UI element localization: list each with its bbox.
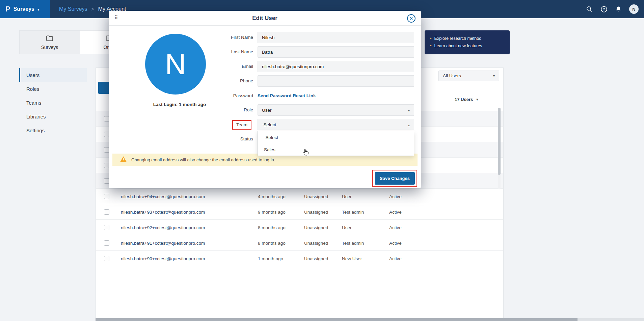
help-icon[interactable]: ? <box>600 5 608 13</box>
breadcrumb-separator: > <box>91 6 94 12</box>
table-row: nilesh.batra+93+cctest@questionpro.com 9… <box>96 204 503 220</box>
user-avatar-large: N <box>145 34 206 95</box>
promo-link-research[interactable]: Explore research method <box>430 35 510 42</box>
tab-surveys[interactable]: Surveys <box>19 30 80 54</box>
promo-panel: Explore research method Learn about new … <box>425 30 510 54</box>
user-email-link[interactable]: nilesh.batra+91+cctest@questionpro.com <box>121 240 205 245</box>
topbar-actions: ? N <box>586 0 639 18</box>
mouse-pointer-icon <box>303 149 309 157</box>
row-checkbox[interactable] <box>104 194 109 199</box>
last-login-cell: 1 month ago <box>258 256 283 261</box>
edit-user-modal: ⠿ Edit User ✕ N Last Login: 1 month ago … <box>109 11 421 188</box>
phone-field[interactable] <box>258 75 414 87</box>
user-filter-value: All Users <box>443 73 461 78</box>
row-checkbox[interactable] <box>104 209 109 215</box>
warning-icon <box>120 156 127 163</box>
close-icon[interactable]: ✕ <box>407 14 415 23</box>
footer-divider <box>113 169 417 169</box>
tab-surveys-label: Surveys <box>41 45 58 50</box>
promo-link-features[interactable]: Learn about new features <box>430 42 510 50</box>
first-name-field[interactable]: Nilesh <box>258 32 414 43</box>
chevron-up-icon: ▴ <box>408 119 410 131</box>
table-row: nilesh.batra+90+cctest@questionpro.com 1… <box>96 251 503 266</box>
role-cell: New User <box>342 256 362 261</box>
user-avatar[interactable]: N <box>629 4 639 14</box>
status-cell: Active <box>389 225 402 230</box>
password-reset-link[interactable]: Send Password Reset Link <box>258 90 316 102</box>
breadcrumb-my-surveys[interactable]: My Surveys <box>59 6 87 12</box>
user-email-link[interactable]: nilesh.batra+93+cctest@questionpro.com <box>121 209 205 214</box>
email-field[interactable]: nilesh.batra@questionpro.com <box>258 61 414 72</box>
vertical-scrollbar <box>498 108 501 189</box>
product-switcher[interactable]: P Surveys ▾ <box>0 0 50 18</box>
user-email-link[interactable]: nilesh.batra+94+cctest@questionpro.com <box>121 194 205 199</box>
users-count-dropdown[interactable]: 17 Users ▾ <box>455 97 478 102</box>
role-label: Role <box>209 104 253 116</box>
notifications-bell-icon[interactable] <box>615 5 622 13</box>
horizontal-scrollbar <box>96 318 644 321</box>
team-select-value: -Select- <box>262 122 278 127</box>
team-option-select[interactable]: -Select- <box>258 131 414 143</box>
users-count-label: 17 Users <box>455 97 473 102</box>
team-cell: Unassigned <box>304 209 328 214</box>
chevron-down-icon: ▾ <box>493 74 495 78</box>
sidebar-item-roles[interactable]: Roles <box>19 82 87 96</box>
team-cell: Unassigned <box>304 194 328 199</box>
last-login-cell: 9 months ago <box>258 209 286 214</box>
role-cell: Test admin <box>342 240 364 245</box>
team-cell: Unassigned <box>304 256 328 261</box>
sidebar-item-users-label: Users <box>26 72 39 78</box>
save-button-highlight: Save Changes <box>372 170 417 187</box>
product-name: Surveys <box>14 6 34 12</box>
warning-text: Changing email address will also change … <box>131 157 275 162</box>
last-name-label: Last Name <box>209 46 253 58</box>
save-changes-button[interactable]: Save Changes <box>375 172 415 185</box>
status-cell: Active <box>389 240 402 245</box>
user-email-link[interactable]: nilesh.batra+90+cctest@questionpro.com <box>121 256 205 261</box>
last-login-cell: 8 months ago <box>258 240 286 245</box>
sidebar-item-libraries-label: Libraries <box>26 114 46 119</box>
last-name-field[interactable]: Batra <box>258 46 414 58</box>
status-cell: Active <box>389 256 402 261</box>
row-checkbox[interactable] <box>104 240 109 246</box>
search-icon[interactable] <box>586 5 593 13</box>
chevron-down-icon: ▾ <box>37 7 39 12</box>
status-cell: Active <box>389 194 402 199</box>
chevron-down-icon: ▾ <box>476 98 478 101</box>
role-cell: Test admin <box>342 209 364 214</box>
promo-link-features-label: Learn about new features <box>434 42 482 50</box>
sidebar-item-settings[interactable]: Settings <box>19 124 87 137</box>
password-label: Password <box>209 90 253 102</box>
sidebar-item-settings-label: Settings <box>26 128 45 133</box>
sidebar-item-libraries[interactable]: Libraries <box>19 110 87 124</box>
row-checkbox[interactable] <box>104 225 109 230</box>
team-cell: Unassigned <box>304 225 328 230</box>
role-select[interactable]: User ▾ <box>258 104 414 116</box>
status-label: Status <box>209 133 253 145</box>
svg-text:?: ? <box>603 7 605 11</box>
drag-handle-icon[interactable]: ⠿ <box>114 15 118 21</box>
folder-icon <box>46 35 53 42</box>
vertical-scrollbar-thumb[interactable] <box>498 108 501 175</box>
sidebar-item-teams-label: Teams <box>26 100 41 106</box>
sidebar-item-teams[interactable]: Teams <box>19 96 87 110</box>
team-dropdown-panel: -Select- Sales <box>258 131 414 156</box>
sidebar-item-users[interactable]: Users <box>19 68 87 82</box>
user-filter-select[interactable]: All Users ▾ <box>438 71 499 81</box>
table-row: nilesh.batra+92+cctest@questionpro.com 8… <box>96 220 503 235</box>
user-email-link[interactable]: nilesh.batra+92+cctest@questionpro.com <box>121 225 205 230</box>
chevron-down-icon: ▾ <box>408 105 410 116</box>
last-login-cell: 8 months ago <box>258 225 286 230</box>
row-checkbox[interactable] <box>104 256 109 261</box>
team-label-highlighted: Team <box>232 120 251 130</box>
horizontal-scrollbar-thumb[interactable] <box>96 318 578 321</box>
email-label: Email <box>209 61 253 72</box>
sidebar-item-roles-label: Roles <box>26 86 39 92</box>
team-option-sales[interactable]: Sales <box>258 143 414 156</box>
team-cell: Unassigned <box>304 240 328 245</box>
app-root: P Surveys ▾ My Surveys > My Account ? N <box>0 0 644 321</box>
first-name-label: First Name <box>209 32 253 43</box>
team-select[interactable]: -Select- ▴ <box>258 119 414 130</box>
last-login-cell: 4 months ago <box>258 194 286 199</box>
promo-link-research-label: Explore research method <box>434 35 482 42</box>
